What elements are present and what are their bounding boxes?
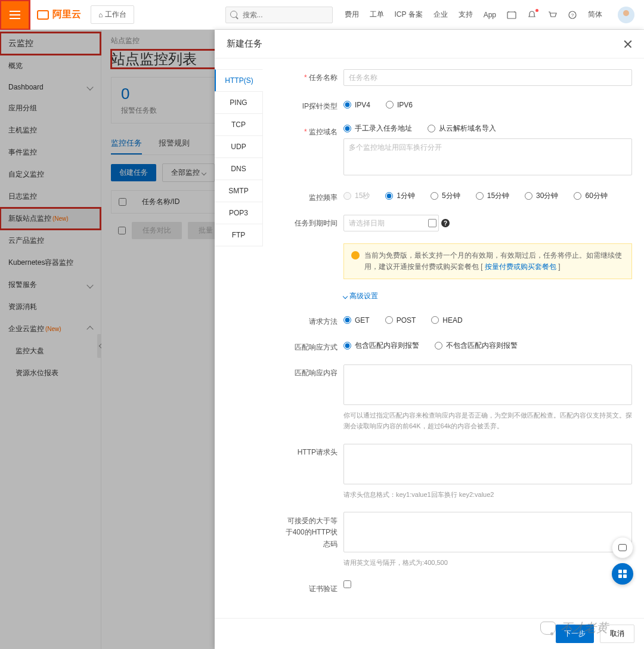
label-status-codes: 可接受的大于等于400的HTTP状态码	[283, 512, 338, 568]
radio-not-contain-alarm[interactable]: 不包含匹配内容则报警	[435, 341, 518, 351]
grid-icon	[618, 570, 627, 578]
radio-15s: 15秒	[343, 191, 370, 201]
nav-fees[interactable]: 费用	[345, 10, 359, 20]
wechat-icon	[540, 622, 556, 635]
label-match-content: 匹配响应内容	[283, 364, 338, 431]
chevron-down-icon	[343, 294, 348, 299]
close-icon[interactable]	[624, 40, 632, 48]
radio-head[interactable]: HEAD	[431, 316, 462, 324]
global-search[interactable]	[225, 7, 333, 23]
protocol-tab-smtp[interactable]: SMTP	[215, 180, 263, 202]
upgrade-link[interactable]: 按量付费或购买套餐包	[485, 262, 556, 271]
nav-app[interactable]: App	[484, 11, 496, 19]
drawer-title: 新建任务	[227, 38, 262, 50]
headers-hint: 请求头信息格式：key1:value1回车换行 key2:value2	[343, 490, 632, 500]
protocol-tab-tcp[interactable]: TCP	[215, 113, 263, 136]
search-input[interactable]	[225, 7, 333, 23]
status-codes-textarea[interactable]	[343, 512, 632, 552]
radio-ipv4[interactable]: IPV4	[343, 101, 370, 109]
label-task-name: 任务名称	[283, 69, 338, 86]
warning-icon	[351, 251, 360, 259]
calendar-icon[interactable]	[428, 219, 436, 227]
language-switch[interactable]: 简体	[588, 10, 602, 20]
task-name-input[interactable]	[343, 69, 632, 86]
avatar[interactable]	[618, 7, 634, 23]
bell-icon[interactable]	[527, 10, 537, 20]
protocol-tab-http[interactable]: HTTP(S)	[215, 69, 263, 92]
headers-textarea[interactable]	[343, 444, 632, 484]
protocol-tab-ftp[interactable]: FTP	[215, 224, 263, 246]
create-task-drawer: 新建任务 HTTP(S) PING TCP UDP DNS SMTP POP3 …	[215, 30, 644, 649]
svg-rect-0	[507, 12, 516, 18]
help-icon[interactable]: ?	[441, 219, 450, 227]
chat-icon	[618, 544, 627, 551]
nav-enterprise[interactable]: 企业	[434, 10, 448, 20]
nav-tickets[interactable]: 工单	[370, 10, 384, 20]
search-icon	[230, 11, 237, 18]
help-icon[interactable]: ?	[568, 10, 577, 20]
protocol-tab-pop3[interactable]: POP3	[215, 202, 263, 224]
watermark: 不才老黄	[540, 620, 608, 636]
label-match-mode: 匹配响应方式	[283, 339, 338, 353]
label-headers: HTTP请求头	[283, 444, 338, 500]
match-content-hint: 你可以通过指定匹配内容来检查响应内容是否正确，为空则不做匹配检查。匹配内容仅支持…	[343, 410, 632, 431]
expire-date-input[interactable]	[343, 215, 439, 231]
logo[interactable]: 阿里云	[37, 8, 81, 21]
radio-manual-domain[interactable]: 手工录入任务地址	[343, 123, 412, 134]
status-hint: 请用英文逗号隔开，格式为:400,500	[343, 558, 632, 568]
match-content-textarea[interactable]	[343, 364, 632, 405]
cert-checkbox[interactable]	[343, 580, 351, 588]
nav-support[interactable]: 支持	[459, 10, 473, 20]
apps-float-button[interactable]	[612, 563, 633, 585]
radio-get[interactable]: GET	[343, 316, 370, 324]
protocol-tab-udp[interactable]: UDP	[215, 135, 263, 158]
label-expire: 任务到期时间	[283, 215, 338, 231]
chat-float-button[interactable]	[612, 537, 633, 558]
label-method: 请求方法	[283, 313, 338, 327]
label-frequency: 监控频率	[283, 189, 338, 203]
hamburger-menu[interactable]	[0, 0, 30, 30]
workbench-button[interactable]: ⌂工作台	[91, 5, 134, 24]
free-tier-alert: 当前为免费版，最长支持一个月的有效期，有效期过后，任务将停止。如需继续使用，建议…	[343, 243, 632, 279]
nav-icp[interactable]: ICP 备案	[395, 10, 423, 20]
radio-30m[interactable]: 30分钟	[525, 191, 558, 201]
radio-5m[interactable]: 5分钟	[431, 191, 460, 201]
protocol-tab-dns[interactable]: DNS	[215, 157, 263, 180]
label-probe-type: IP探针类型	[283, 98, 338, 112]
advanced-toggle[interactable]: 高级设置	[343, 291, 632, 301]
protocol-tab-ping[interactable]: PING	[215, 91, 263, 114]
radio-ipv6[interactable]: IPV6	[386, 101, 413, 109]
radio-post[interactable]: POST	[385, 316, 416, 324]
label-domain: 监控域名	[283, 123, 338, 177]
svg-text:?: ?	[571, 13, 574, 18]
radio-15m[interactable]: 15分钟	[476, 191, 509, 201]
radio-1m[interactable]: 1分钟	[385, 191, 415, 201]
calendar-icon[interactable]	[507, 10, 516, 20]
label-cert: 证书验证	[283, 580, 338, 594]
radio-contain-alarm[interactable]: 包含匹配内容则报警	[343, 341, 419, 351]
domain-textarea[interactable]	[343, 138, 632, 175]
radio-60m[interactable]: 60分钟	[574, 191, 607, 201]
cart-icon[interactable]	[547, 10, 557, 20]
radio-dns-import[interactable]: 从云解析域名导入	[428, 123, 496, 134]
